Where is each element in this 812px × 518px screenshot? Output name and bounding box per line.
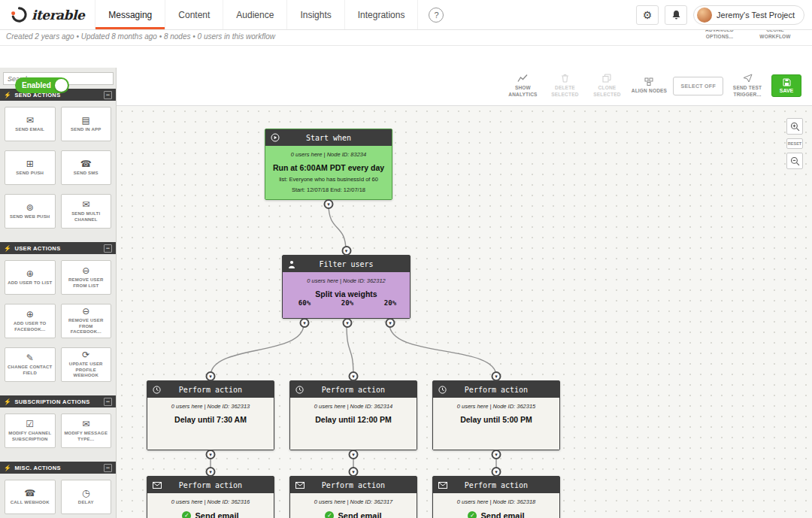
node-meta: 0 users here | Node ID: 362316 <box>152 498 269 505</box>
node-header: Perform action <box>290 477 417 493</box>
sidebar-item-change-contact-field[interactable]: ✎CHANGE CONTACT FIELD <box>5 347 56 382</box>
plus-icon: ⊕ <box>26 310 34 319</box>
gear-icon: ⚙ <box>643 9 653 21</box>
workflow-edges <box>117 106 812 518</box>
connector-input[interactable]: ▾ <box>206 371 216 381</box>
connector-output[interactable]: ▾ <box>349 450 359 459</box>
node-body: 0 users here | Node ID: 83234 Run at 6:0… <box>265 146 392 199</box>
connector-input[interactable]: ▾ <box>492 467 501 477</box>
lightning-icon: ⚡ <box>4 398 11 405</box>
help-icon[interactable]: ? <box>429 8 444 23</box>
workflow-node-delay-500pm[interactable]: Perform action 0 users here | Node ID: 3… <box>432 380 560 450</box>
phone-icon: ☎ <box>80 159 92 168</box>
tab-audience[interactable]: Audience <box>223 0 286 29</box>
envelope-icon <box>295 477 304 493</box>
workflow-node-start-when[interactable]: Start when 0 users here | Node ID: 83234… <box>265 129 392 200</box>
workflow-subheader: Created 2 years ago • Updated 8 months a… <box>0 30 812 46</box>
connector-output-20a[interactable]: ▾ <box>343 318 353 328</box>
sidebar-item-delay[interactable]: ◷DELAY <box>61 480 112 514</box>
enabled-toggle[interactable]: Enabled <box>15 77 69 93</box>
workflow-canvas[interactable]: RESET Start when 0 users here | Node ID:… <box>117 105 812 518</box>
collapse-icon[interactable]: − <box>104 91 112 99</box>
connector-input[interactable]: ▾ <box>341 246 351 256</box>
node-body: 0 users here | Node ID: 362316 ✓ Send em… <box>147 493 274 518</box>
sidebar-item-send-sms[interactable]: ☎SEND SMS <box>61 150 112 185</box>
node-title: Perform action <box>322 481 385 489</box>
zoom-reset-button[interactable]: RESET <box>786 138 803 149</box>
connector-input[interactable]: ▾ <box>349 467 359 477</box>
clock-icon <box>438 381 447 398</box>
connector-output[interactable]: ▾ <box>206 450 216 459</box>
collapse-icon[interactable]: − <box>104 244 112 253</box>
workflow-node-send-email-3[interactable]: Perform action 0 users here | Node ID: 3… <box>432 476 560 518</box>
workflow-node-send-email-2[interactable]: Perform action 0 users here | Node ID: 3… <box>289 476 417 518</box>
zoom-in-button[interactable] <box>786 118 803 135</box>
sidebar-item-send-email[interactable]: ✉SEND EMAIL <box>5 107 56 141</box>
connector-output[interactable]: ▾ <box>492 450 501 459</box>
connector-input[interactable]: ▾ <box>206 467 216 477</box>
sidebar-item-remove-user-from-list[interactable]: ⊖REMOVE USER FROM LIST <box>61 260 112 295</box>
workflow-node-delay-1200pm[interactable]: Perform action 0 users here | Node ID: 3… <box>289 380 417 450</box>
clone-selected-button[interactable]: CLONE SELECTED <box>589 74 625 98</box>
workflow-node-send-email-1[interactable]: Perform action 0 users here | Node ID: 3… <box>147 476 274 518</box>
tab-content[interactable]: Content <box>165 0 223 29</box>
sidebar-item-send-multi-channel[interactable]: ✉SEND MULTI CHANNEL <box>61 194 112 229</box>
node-body: 0 users here | Node ID: 362312 Split via… <box>283 272 410 318</box>
section-header-misc-actions[interactable]: ⚡ MISC. ACTIONS − <box>0 462 116 474</box>
select-off-button[interactable]: SELECT OFF <box>673 77 723 95</box>
connector-output[interactable]: ▾ <box>324 199 334 209</box>
phone-icon: ☎ <box>24 489 35 498</box>
connector-input[interactable]: ▾ <box>349 371 359 381</box>
sidebar-item-send-web-push[interactable]: ⊚SEND WEB PUSH <box>5 194 56 229</box>
tab-messaging[interactable]: Messaging <box>95 0 165 29</box>
collapse-icon[interactable]: − <box>104 398 112 406</box>
node-header: Perform action <box>433 381 559 398</box>
sidebar-item-modify-channel-subscription[interactable]: ☑MODIFY CHANNEL SUBSCRIPTION <box>5 413 56 448</box>
sidebar-item-send-in-app[interactable]: ▤SEND IN APP <box>61 107 112 141</box>
zoom-out-button[interactable] <box>786 153 803 169</box>
sidebar-item-add-user-to-facebook[interactable]: ⊕ADD USER TO FACEBOOK... <box>5 304 56 338</box>
align-nodes-label: ALIGN NODES <box>632 88 667 95</box>
settings-button[interactable]: ⚙ <box>636 5 659 25</box>
section-header-subscription-actions[interactable]: ⚡ SUBSCRIPTION ACTIONS − <box>0 395 116 407</box>
connector-input[interactable]: ▾ <box>492 371 501 381</box>
node-heading: Send email <box>195 511 238 518</box>
show-analytics-button[interactable]: SHOW ANALYTICS <box>504 74 541 98</box>
sidebar-item-update-user-profile-webhook[interactable]: ⟳UPDATE USER PROFILE WEBHOOK <box>61 347 112 382</box>
workflow-node-delay-730am[interactable]: Perform action 0 users here | Node ID: 3… <box>147 380 274 450</box>
sidebar-item-modify-message-type[interactable]: ✉MODIFY MESSAGE TYPE... <box>61 413 112 448</box>
node-heading: Delay until 7:30 AM <box>152 415 269 424</box>
section-header-user-actions[interactable]: ⚡ USER ACTIONS − <box>0 242 116 254</box>
delete-selected-button[interactable]: DELETE SELECTED <box>547 74 583 98</box>
node-detail-line: list: Everyone who has businessId of 60 <box>270 176 387 183</box>
sidebar-item-remove-user-from-facebook[interactable]: ⊖REMOVE USER FROM FACEBOOK... <box>61 304 112 338</box>
envelope-icon: ✉ <box>26 116 34 125</box>
node-header: Start when <box>265 129 392 146</box>
connector-output-20b[interactable]: ▾ <box>386 318 395 328</box>
notifications-button[interactable] <box>665 5 687 25</box>
sidebar-item-add-user-to-list[interactable]: ⊕ADD USER TO LIST <box>5 260 56 295</box>
iterable-logo[interactable]: iterable <box>0 0 95 29</box>
connector-output-60[interactable]: ▾ <box>300 318 310 328</box>
project-selector[interactable]: Jeremy's Test Project <box>693 5 804 25</box>
lightning-icon: ⚡ <box>4 245 11 252</box>
minus-icon: ⊖ <box>82 266 89 275</box>
sidebar-item-send-push[interactable]: ⊞SEND PUSH <box>5 150 56 185</box>
send-test-trigger-button[interactable]: SEND TEST TRIGGER... <box>729 74 765 98</box>
sidebar-item-call-webhook[interactable]: ☎CALL WEBHOOK <box>5 480 56 514</box>
section-misc-actions: ⚡ MISC. ACTIONS − ☎CALL WEBHOOK ◷DELAY <box>0 462 116 518</box>
collapse-icon[interactable]: − <box>104 464 112 472</box>
tab-integrations[interactable]: Integrations <box>344 0 419 29</box>
workflow-node-filter-users[interactable]: Filter users 0 users here | Node ID: 362… <box>282 255 411 319</box>
delete-selected-label: DELETE SELECTED <box>547 85 583 98</box>
check-icon: ✓ <box>325 511 334 518</box>
node-title: Perform action <box>179 481 242 489</box>
node-header: Perform action <box>147 477 274 493</box>
clock-icon: ◷ <box>82 489 89 498</box>
save-button[interactable]: SAVE <box>771 74 801 97</box>
node-detail-line: Start: 12/07/18 End: 12/07/18 <box>270 186 387 193</box>
node-meta: 0 users here | Node ID: 362317 <box>295 498 412 505</box>
tab-insights[interactable]: Insights <box>286 0 344 29</box>
push-icon: ⊞ <box>26 159 34 168</box>
align-nodes-button[interactable]: ALIGN NODES <box>631 77 667 95</box>
